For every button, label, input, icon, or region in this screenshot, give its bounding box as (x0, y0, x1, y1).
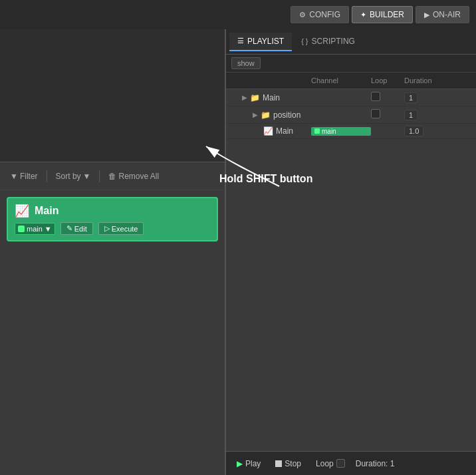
toolbar-divider (47, 170, 47, 182)
filter-icon: ▼ (10, 172, 18, 181)
row-name-text: Main (263, 93, 280, 102)
folder-icon: 📁 (261, 110, 271, 120)
channel-badge-dot (314, 128, 320, 134)
channel-dot (18, 226, 25, 232)
item-card-title: 📈 Main (15, 204, 210, 218)
row-name-text: position (273, 110, 300, 120)
loop-check-icon[interactable] (336, 459, 345, 468)
card-title-text: Main (35, 205, 59, 217)
sortby-chevron-icon: ▼ (83, 172, 91, 181)
onair-label: ON-AIR (433, 10, 461, 19)
sortby-label: Sort by (56, 172, 81, 181)
left-panel: ▼ Filter Sort by ▼ 🗑 Remove All 📈 Main (0, 29, 226, 475)
duration-value: 1 (404, 92, 417, 103)
left-top-area (0, 29, 225, 162)
header-loop: Loop (371, 77, 404, 84)
onair-button[interactable]: ▶ ON-AIR (416, 6, 469, 23)
scripting-tab-label: SCRIPTING (312, 37, 355, 46)
play-label: Play (245, 459, 261, 468)
row-name-main-item: 📈 Main (231, 126, 311, 136)
row-name-text: Main (276, 126, 293, 136)
execute-label: Execute (112, 225, 138, 233)
row-name-main: ▶ 📁 Main (231, 93, 311, 102)
table-row: 📈 Main main 1.0 (226, 124, 476, 139)
execute-button[interactable]: ▷ Execute (98, 222, 144, 235)
tab-scripting[interactable]: { } SCRIPTING (293, 33, 363, 51)
header-channel: Channel (311, 77, 371, 84)
config-button[interactable]: ⚙ CONFIG (291, 6, 349, 23)
edit-label: Edit (74, 225, 87, 233)
channel-chevron-icon: ▼ (45, 225, 52, 233)
channel-badge-text: main (322, 128, 336, 135)
table-row: ▶ 📁 Main 1 (226, 89, 476, 106)
duration-label: Duration: 1 (356, 459, 395, 468)
loop-checkbox[interactable] (371, 109, 380, 118)
stop-square-icon (275, 460, 282, 467)
toolbar: ▼ Filter Sort by ▼ 🗑 Remove All (0, 162, 225, 190)
item-card-actions: main ▼ ✎ Edit ▷ Execute (15, 222, 210, 235)
item-card: 📈 Main main ▼ ✎ Edit ▷ Execute (7, 197, 218, 241)
sortby-button[interactable]: Sort by ▼ (53, 170, 94, 183)
trash-icon: 🗑 (108, 172, 116, 181)
edit-icon: ✎ (66, 224, 72, 233)
toolbar-divider2 (99, 170, 100, 182)
play-button[interactable]: ▶ Play (233, 457, 265, 470)
item-icon: 📈 (263, 126, 273, 136)
folder-icon: 📁 (250, 93, 260, 102)
loop-checkbox[interactable] (371, 92, 380, 101)
show-tag[interactable]: show (231, 57, 261, 69)
play-triangle-icon: ▶ (237, 459, 243, 468)
tab-playlist[interactable]: ☰ PLAYLIST (229, 33, 292, 51)
remove-all-button[interactable]: 🗑 Remove All (105, 170, 162, 183)
gear-icon: ⚙ (299, 11, 306, 19)
stop-label: Stop (285, 459, 301, 468)
header-extra (451, 77, 471, 84)
loop-label: Loop (316, 459, 334, 468)
table-row: ▶ 📁 position 1 (226, 106, 476, 124)
scripting-tab-icon: { } (301, 37, 308, 45)
top-nav: ⚙ CONFIG ✦ BUILDER ▶ ON-AIR (0, 0, 476, 29)
duration-value: 1 (404, 110, 417, 120)
header-name (231, 77, 311, 84)
playlist-table: Channel Loop Duration ▶ 📁 Main 1 (226, 73, 476, 451)
right-panel: ☰ PLAYLIST { } SCRIPTING show Channel Lo… (226, 29, 476, 475)
row-name-position: ▶ 📁 position (231, 110, 311, 120)
chevron-icon: ▶ (253, 111, 258, 118)
bottom-bar: ▶ Play Stop Loop Duration: 1 (226, 451, 476, 475)
channel-name: main (27, 225, 43, 233)
channel-select[interactable]: main ▼ (15, 223, 55, 235)
playlist-tab-label: PLAYLIST (247, 37, 284, 46)
remove-all-label: Remove All (118, 172, 159, 181)
builder-label: BUILDER (370, 10, 404, 19)
duration-value: 1.0 (404, 126, 423, 136)
tabs-bar: ☰ PLAYLIST { } SCRIPTING (226, 29, 476, 55)
main-layout: ▼ Filter Sort by ▼ 🗑 Remove All 📈 Main (0, 29, 476, 475)
show-bar: show (226, 55, 476, 73)
play-icon: ▶ (424, 11, 429, 19)
loop-control: Loop (312, 457, 349, 470)
card-item-icon: 📈 (15, 204, 29, 218)
edit-button[interactable]: ✎ Edit (60, 222, 93, 235)
execute-icon: ▷ (104, 224, 110, 233)
header-duration: Duration (404, 77, 451, 84)
filter-label: Filter (20, 172, 38, 181)
filter-button[interactable]: ▼ Filter (7, 170, 41, 183)
chevron-icon: ▶ (242, 94, 247, 101)
builder-button[interactable]: ✦ BUILDER (352, 6, 413, 23)
stop-button[interactable]: Stop (271, 457, 305, 470)
config-label: CONFIG (309, 10, 340, 19)
playlist-tab-icon: ☰ (237, 37, 244, 45)
table-header: Channel Loop Duration (226, 73, 476, 89)
builder-icon: ✦ (360, 11, 366, 19)
channel-badge: main (311, 127, 371, 136)
row-channel: main (311, 127, 371, 136)
